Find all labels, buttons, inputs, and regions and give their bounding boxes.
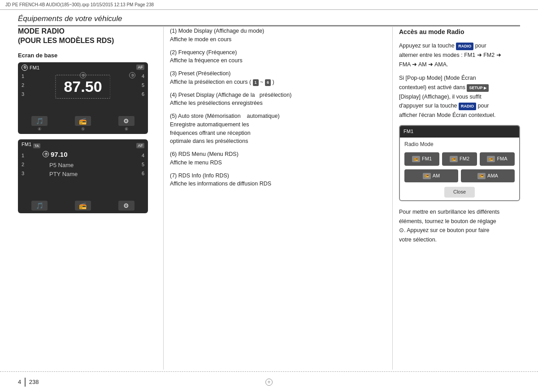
item-5-title: (5) Auto store (Mémorisation automatique… [170,112,386,121]
middle-column: (1) Mode Display (Affichage du mode) Aff… [165,27,390,370]
popup-btn-grid-2: 📻 AM 📻 AMA [400,168,519,185]
mode-title-line1: MODE RADIO [18,27,65,35]
right-para1: Appuyez sur la touche RADIO pour alterne… [399,41,520,69]
screen2-pty-name: PTY Name [49,171,78,177]
item-7-desc: Affiche les informations de diffusion RD… [170,180,386,188]
item-2-desc: Affiche la fréquence en cours [170,56,386,65]
item-5-desc: Enregistre automatiquement les fréquence… [170,121,386,146]
bottom-icon-5: 📻 [75,116,91,126]
popup-btn-fma[interactable]: 📻 FMA [480,152,515,166]
popup-title: Radio Mode [400,138,519,151]
screen1-frequency: 87.50 [55,75,110,99]
radio-badge-2: RADIO [459,103,476,110]
screen2-ps-name: P5 Name [49,162,74,168]
popup-btn-grid-1: 📻 FM1 📻 FM2 📻 FMA [400,151,519,168]
radio-badge-1: RADIO [456,43,473,50]
footer-page: 4 238 [18,378,39,387]
item-2: (2) Frequency (Fréquence) Affiche la fré… [170,48,386,65]
divider-mid-right [392,27,393,370]
screen2-header: FM1 [22,142,31,147]
mode-title: MODE RADIO (POUR LES MODÈLES RDS) [18,27,157,46]
right-title: Accès au mode Radio [399,27,520,37]
item-4-title: (4) Preset Display (Affichage de la prés… [170,91,386,99]
header-text: JD PE FRENCH-4B AUDIO(185~300).qxp 10/15… [5,2,154,7]
footer: 4 238 + [0,371,538,392]
item-6-desc: Affiche le menu RDS [170,159,386,167]
item-4-desc: Affiche les présélections enregistrées [170,99,386,108]
screen2-icon1: 🎵 [31,201,48,211]
item-6-title: (6) RDS Menu (Menu RDS) [170,150,386,159]
popup-header: FM1 [400,126,519,138]
section-header: Équipements de votre véhicule [18,14,520,26]
footer-page-num: 4 [18,379,21,385]
item-5: (5) Auto store (Mémorisation automatique… [170,112,386,146]
screen2-ta-badge: TA [33,142,40,148]
screen1-bottom-icons: 🎵 ④ 📻 ⑤ ⚙ ⑥ [18,116,148,131]
screen2-fm-label: FM1 [22,142,31,147]
item-3: (3) Preset (Présélection) Affiche la pré… [170,69,386,86]
item-3-desc: Affiche la présélection en cours ( 1 ~ 6… [170,78,386,86]
item-2-title: (2) Frequency (Fréquence) [170,48,386,57]
item-7: (7) RDS Info (Info RDS) Affiche les info… [170,172,386,189]
popup-close-button[interactable]: Close [444,187,475,198]
screen1-preset-right: 4 5 6 [142,73,144,97]
footer-registration-mark: + [265,379,273,386]
bottom-icon-4-group: 🎵 ④ [31,116,48,131]
setup-badge: SETUP [467,84,488,92]
screen2-frequency: 97.10 [51,151,68,158]
item-3-title: (3) Preset (Présélection) [170,69,386,78]
circle-5-label: ⑤ [81,127,85,131]
right-para2: Si [Pop-up Mode] (Mode Écran contextuel)… [399,73,520,120]
fma-icon: 📻 [487,156,495,162]
item-6: (6) RDS Menu (Menu RDS) Affiche le menu … [170,150,386,167]
bottom-icon-5-group: 📻 ⑤ [75,116,91,131]
ama-icon: 📻 [477,173,486,179]
screen1-top-bar: ① FM1 [22,65,39,71]
screen2-freq-row: ⑦ 97.10 [43,151,68,158]
preset-badge-1: 1 [253,79,259,86]
am-icon: 📻 [423,173,431,179]
section-title: Équipements de votre véhicule [18,14,122,23]
left-column: MODE RADIO (POUR LES MODÈLES RDS) Ecran … [18,27,161,370]
mode-title-line2: (POUR LES MODÈLES RDS) [18,37,114,44]
item-4: (4) Preset Display (Affichage de la prés… [170,91,386,108]
radio-mode-popup: FM1 Radio Mode 📻 FM1 📻 FM2 📻 FMA [399,125,520,201]
bottom-icon-6: ⚙ [118,116,134,126]
footer-center: + [265,379,273,386]
popup-btn-ama[interactable]: 📻 AMA [461,169,515,183]
page-header: JD PE FRENCH-4B AUDIO(185~300).qxp 10/15… [0,0,538,10]
cross-icon: + [267,379,270,385]
popup-btn-fm1[interactable]: 📻 FM1 [404,152,439,166]
divider-left-mid [163,27,164,370]
screen1-preset-left: 1 2 3 [22,73,24,97]
footer-page-num2: 238 [29,379,39,385]
content-area: MODE RADIO (POUR LES MODÈLES RDS) Ecran … [18,27,520,370]
preset-badge-2: 6 [265,79,271,86]
circle-7: ⑦ [43,151,49,157]
footer-separator [25,378,26,387]
circle-3: ③ [129,72,135,79]
popup-btn-am[interactable]: 📻 AM [404,169,458,183]
radio-screen-1: ① FM1 AF ③ ② 87.50 1 2 3 4 5 [18,62,148,134]
screen-label: Ecran de base [18,52,157,59]
circle-4-label: ④ [38,127,41,131]
item-7-title: (7) RDS Info (Info RDS) [170,172,386,180]
item-1: (1) Mode Display (Affichage du mode) Aff… [170,27,386,44]
screen2-bottom-icons: 🎵 📻 ⚙ [18,201,148,211]
bottom-icon-4: 🎵 [31,116,48,126]
screen2-icon2: 📻 [75,201,91,211]
fm1-icon: 📻 [412,156,420,162]
screen1-af-badge: AF [136,65,144,70]
screen2-preset-right: 4 5 6 [142,153,144,176]
screen2-preset-left: 1 2 3 [22,153,24,176]
item-1-desc: Affiche le mode en cours [170,35,386,44]
bottom-icon-6-group: ⚙ ⑥ [118,116,134,131]
popup-close-row: Close [400,184,519,200]
popup-btn-fm2[interactable]: 📻 FM2 [442,152,477,166]
fm2-icon: 📻 [450,156,458,162]
right-column: Accès au mode Radio Appuyez sur la touch… [395,27,520,370]
circle-1: ① [22,65,28,71]
screen2-icon3: ⚙ [118,201,134,211]
screen2-af-badge: AF [136,142,144,148]
item-1-title: (1) Mode Display (Affichage du mode) [170,27,386,35]
